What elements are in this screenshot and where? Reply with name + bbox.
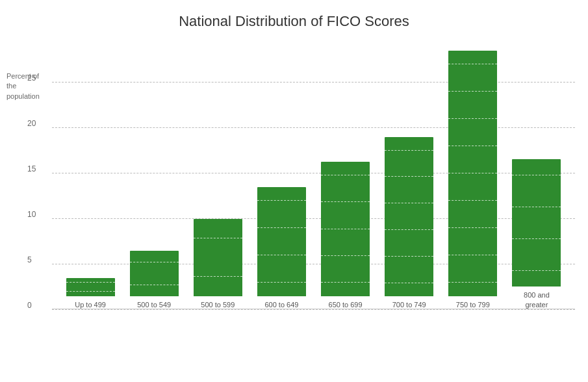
bar-group: Up to 499 [58, 36, 122, 309]
bar-dashes [194, 219, 242, 296]
bar-dash [130, 262, 179, 262]
bar-dash [385, 256, 433, 257]
bar-dash [321, 282, 370, 283]
bar-dashes [321, 162, 370, 296]
bar [512, 159, 561, 286]
bar-dashes [257, 187, 306, 296]
bar-dash [194, 276, 242, 277]
bar-dash [66, 291, 115, 292]
bar-group: 650 to 699 [314, 36, 377, 309]
bar-label: 750 to 799 [456, 300, 490, 309]
bar-dash [130, 285, 179, 285]
bar-label: Up to 499 [75, 300, 106, 309]
grid-label: 15 [27, 164, 36, 173]
bar-dash [512, 175, 561, 175]
bar-dashes [385, 137, 433, 296]
bar-label: 650 to 699 [329, 300, 363, 309]
grid-label: 25 [27, 73, 36, 83]
grid-label: 10 [27, 210, 36, 219]
grid-label: 5 [27, 255, 32, 264]
bar-label: 500 to 599 [201, 300, 235, 309]
bar-dash [448, 282, 497, 283]
bars-container: Up to 499500 to 549500 to 599600 to 6496… [52, 36, 575, 309]
bar-dash [321, 229, 370, 229]
bar-dash [448, 64, 497, 64]
bar-group: 600 to 649 [249, 36, 313, 309]
bar [257, 187, 306, 296]
bar [194, 219, 242, 296]
bar-dash [66, 282, 115, 283]
bar-dash [257, 227, 306, 228]
bar-dash [448, 227, 497, 228]
bar-dash [321, 255, 370, 256]
bar-dash [448, 200, 497, 201]
bar-dash [448, 118, 497, 119]
bar-group: 500 to 549 [122, 36, 186, 309]
bar-dash [385, 150, 433, 151]
bar-dashes [512, 159, 561, 286]
chart-title: National Distribution of FICO Scores [13, 13, 575, 30]
chart-container: National Distribution of FICO Scores Per… [0, 0, 588, 382]
chart-area: 2520151050 Up to 499500 to 549500 to 599… [52, 36, 575, 309]
grid-line: 0 [52, 309, 575, 310]
bar-group: 800 and greater [505, 36, 569, 309]
bar [130, 251, 179, 296]
bar-dash [385, 176, 433, 177]
bar-group: 500 to 599 [186, 36, 249, 309]
bar-dash [448, 146, 497, 146]
bar [385, 137, 433, 296]
bar-dashes [130, 251, 179, 296]
bar-dash [385, 229, 433, 230]
bar-label: 500 to 549 [137, 300, 171, 309]
bar-dash [448, 91, 497, 92]
grid-label: 20 [27, 119, 36, 128]
grid-label: 0 [27, 301, 32, 310]
bar-dash [257, 282, 306, 283]
bar-dash [321, 175, 370, 175]
bar-dash [512, 270, 561, 271]
bar-dash [448, 255, 497, 255]
bar-dashes [448, 51, 497, 296]
bar-group: 700 to 749 [377, 36, 441, 309]
bar-group: 750 to 799 [441, 36, 505, 309]
bar-dash [512, 238, 561, 239]
bar-dashes [66, 278, 115, 296]
bar-dash [385, 283, 433, 283]
bar-dash [194, 238, 242, 238]
bar [66, 278, 115, 296]
bar-label: 600 to 649 [264, 300, 298, 309]
bar-dash [257, 200, 306, 201]
bar-label: 800 and greater [524, 290, 550, 309]
bar [448, 51, 497, 296]
bar-dash [448, 173, 497, 173]
bar-dash [385, 203, 433, 203]
bar-dash [321, 201, 370, 202]
bar-dash [512, 207, 561, 207]
bar-label: 700 to 749 [392, 300, 426, 309]
bar-dash [257, 255, 306, 255]
y-axis-label: Percent of the population [6, 71, 45, 101]
bar [321, 162, 370, 296]
